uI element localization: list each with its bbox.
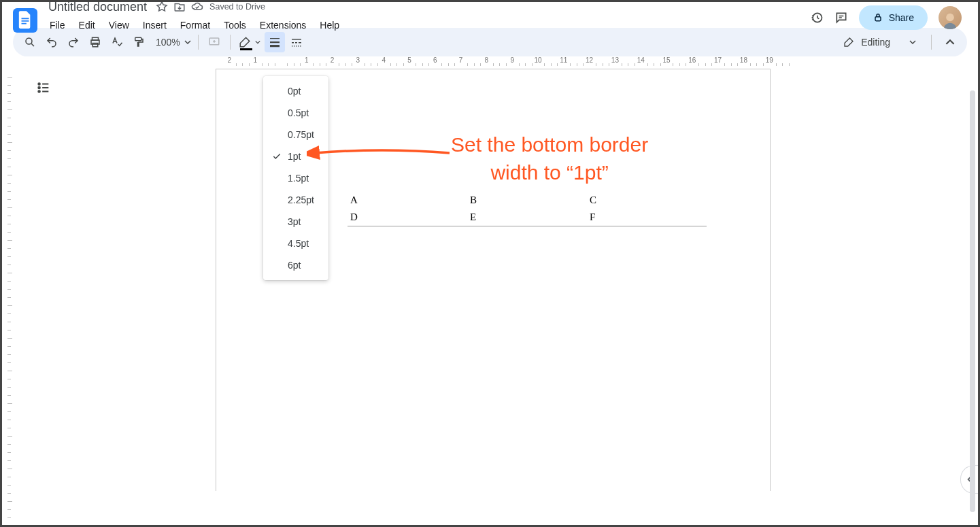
undo-icon[interactable] bbox=[41, 32, 62, 52]
border-color-icon[interactable] bbox=[236, 32, 263, 52]
menu-insert[interactable]: Insert bbox=[137, 17, 172, 33]
border-width-option[interactable]: 3pt bbox=[263, 211, 328, 233]
svg-rect-20 bbox=[300, 46, 301, 47]
svg-point-21 bbox=[38, 83, 40, 85]
table[interactable]: A B C D E F bbox=[348, 192, 707, 226]
paint-format-icon[interactable] bbox=[129, 32, 149, 52]
border-width-option[interactable]: 2.25pt bbox=[263, 189, 328, 211]
svg-point-23 bbox=[38, 90, 40, 92]
svg-rect-19 bbox=[298, 46, 299, 47]
menu-format[interactable]: Format bbox=[175, 17, 216, 33]
table-cell[interactable]: C bbox=[587, 192, 707, 209]
border-width-option-label: 3pt bbox=[288, 216, 301, 227]
table-row: D E F bbox=[348, 209, 707, 226]
border-width-option-label: 0.75pt bbox=[288, 129, 314, 140]
border-width-option-label: 1.5pt bbox=[288, 173, 309, 184]
share-label: Share bbox=[889, 12, 914, 23]
border-width-icon[interactable] bbox=[265, 32, 285, 52]
check-icon bbox=[271, 152, 282, 161]
menu-view[interactable]: View bbox=[103, 17, 135, 33]
search-icon[interactable] bbox=[20, 32, 40, 52]
horizontal-ruler: 2112345678910111213141516171819 bbox=[12, 56, 978, 67]
svg-rect-18 bbox=[296, 46, 297, 47]
border-width-option[interactable]: 1pt bbox=[263, 146, 328, 167]
border-width-option[interactable]: 4.5pt bbox=[263, 233, 328, 254]
collapse-toolbar-icon[interactable] bbox=[940, 32, 960, 52]
border-width-option-label: 1pt bbox=[288, 151, 301, 162]
history-icon[interactable] bbox=[810, 11, 824, 24]
annotation-text: Set the bottom border width to “1pt” bbox=[451, 131, 648, 186]
table-cell[interactable]: A bbox=[348, 192, 467, 209]
border-width-option[interactable]: 1.5pt bbox=[263, 167, 328, 189]
border-width-dropdown: 0pt0.5pt0.75pt1pt1.5pt2.25pt3pt4.5pt6pt bbox=[263, 76, 328, 280]
print-icon[interactable] bbox=[85, 32, 105, 52]
doc-title[interactable]: Untitled document bbox=[44, 0, 151, 16]
move-icon[interactable] bbox=[173, 0, 186, 14]
svg-point-22 bbox=[38, 87, 40, 89]
border-width-option[interactable]: 0pt bbox=[263, 80, 328, 102]
annotation-line1: Set the bottom border bbox=[451, 131, 648, 159]
border-width-option[interactable]: 6pt bbox=[263, 254, 328, 276]
cloud-saved-icon[interactable] bbox=[190, 0, 204, 14]
svg-rect-1 bbox=[875, 17, 881, 21]
spellcheck-icon[interactable] bbox=[107, 32, 127, 52]
table-cell[interactable]: D bbox=[348, 209, 467, 226]
vertical-scrollbar[interactable] bbox=[970, 90, 975, 512]
menu-help[interactable]: Help bbox=[314, 17, 345, 33]
zoom-value: 100% bbox=[156, 37, 180, 48]
svg-point-2 bbox=[946, 14, 954, 22]
menu-file[interactable]: File bbox=[44, 17, 71, 33]
svg-rect-7 bbox=[135, 37, 141, 41]
redo-icon[interactable] bbox=[63, 32, 84, 52]
svg-rect-10 bbox=[270, 41, 280, 43]
star-icon[interactable] bbox=[155, 0, 169, 14]
add-comment-icon bbox=[204, 32, 224, 52]
editing-mode-select[interactable]: Editing bbox=[837, 34, 923, 50]
saved-status: Saved to Drive bbox=[209, 2, 265, 12]
menu-edit[interactable]: Edit bbox=[73, 17, 101, 33]
svg-rect-11 bbox=[270, 45, 280, 47]
svg-rect-14 bbox=[295, 42, 297, 44]
table-cell[interactable]: E bbox=[467, 209, 587, 226]
vertical-ruler bbox=[2, 56, 12, 491]
svg-point-3 bbox=[26, 38, 32, 44]
svg-rect-15 bbox=[299, 42, 301, 44]
border-width-option-label: 2.25pt bbox=[288, 194, 314, 205]
border-width-option-label: 6pt bbox=[288, 260, 301, 271]
editing-mode-label: Editing bbox=[861, 37, 890, 48]
share-button[interactable]: Share bbox=[859, 5, 928, 30]
docs-logo[interactable] bbox=[13, 8, 37, 33]
menu-extensions[interactable]: Extensions bbox=[254, 17, 311, 33]
comments-icon[interactable] bbox=[834, 11, 848, 24]
table-row: A B C bbox=[348, 192, 707, 209]
border-width-option[interactable]: 0.75pt bbox=[263, 124, 328, 146]
outline-toggle-icon[interactable] bbox=[31, 75, 56, 100]
table-cell[interactable]: F bbox=[587, 209, 707, 226]
svg-rect-9 bbox=[270, 38, 280, 39]
border-dash-icon[interactable] bbox=[286, 32, 307, 52]
svg-rect-16 bbox=[292, 46, 293, 47]
border-width-option[interactable]: 0.5pt bbox=[263, 102, 328, 124]
svg-rect-13 bbox=[292, 42, 294, 44]
svg-rect-12 bbox=[292, 39, 301, 40]
border-width-option-label: 0.5pt bbox=[288, 107, 309, 118]
table-cell[interactable]: B bbox=[467, 192, 587, 209]
border-width-option-label: 0pt bbox=[288, 86, 301, 97]
annotation-line2: width to “1pt” bbox=[451, 159, 648, 187]
menu-tools[interactable]: Tools bbox=[218, 17, 252, 33]
border-width-option-label: 4.5pt bbox=[288, 238, 309, 249]
svg-rect-17 bbox=[294, 46, 295, 47]
account-avatar[interactable] bbox=[939, 6, 962, 29]
zoom-select[interactable]: 100% bbox=[150, 37, 192, 48]
